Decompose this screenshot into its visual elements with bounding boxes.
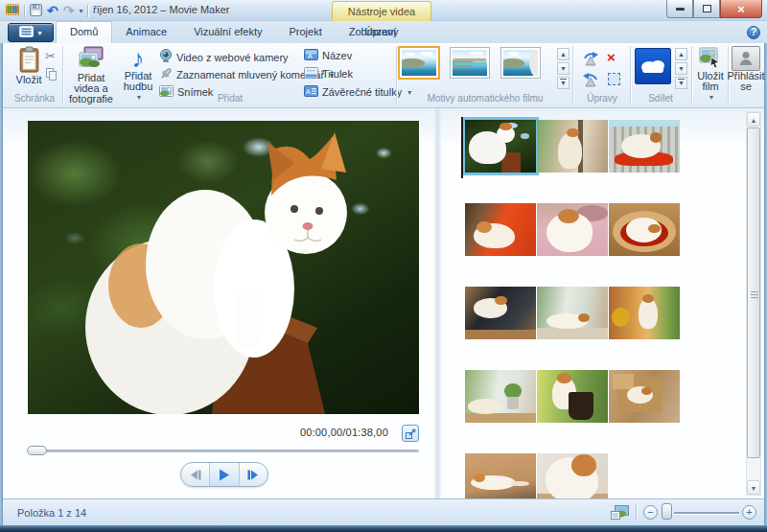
share-scroll-up-icon[interactable]: ▲ — [675, 48, 687, 60]
storyboard-thumbnail[interactable] — [609, 370, 680, 423]
automovie-themes-gallery — [400, 48, 540, 78]
storyboard-thumbnail[interactable] — [537, 287, 608, 339]
save-movie-icon — [699, 46, 722, 71]
item-position-text: Položka 1 z 14 — [17, 507, 86, 519]
scene-shape — [476, 221, 492, 233]
preview-monitor[interactable] — [28, 121, 419, 414]
copy-button[interactable] — [46, 68, 57, 81]
share-more-icon[interactable]: ▼ — [675, 77, 687, 89]
playhead-indicator[interactable] — [461, 117, 463, 178]
rotate-left-button[interactable] — [582, 51, 599, 69]
storyboard-grid — [465, 120, 680, 498]
ribbon: Vložit ✂ Schránka Přidat videa a fotogra… — [3, 43, 764, 108]
scrollbar-down-icon[interactable]: ▼ — [747, 480, 760, 495]
group-label-share: Sdílet — [632, 93, 689, 105]
scene-shape — [470, 52, 483, 56]
rotate-right-button[interactable] — [582, 72, 599, 90]
storyboard-thumbnail[interactable] — [465, 203, 536, 256]
fullscreen-icon — [406, 428, 416, 439]
storyboard-thumbnail[interactable] — [465, 370, 536, 423]
scene-shape — [406, 53, 414, 56]
zoom-slider-handle[interactable] — [662, 503, 672, 520]
qat-customize-caret-icon[interactable]: ▾ — [79, 7, 82, 15]
group-separator — [572, 46, 573, 104]
storyboard-thumbnail[interactable] — [465, 453, 536, 498]
thumbnail-size-button[interactable] — [611, 505, 629, 521]
tab-projekt[interactable]: Projekt — [275, 21, 335, 43]
remove-button[interactable]: × — [607, 51, 616, 64]
tab-upravy-contextual[interactable]: Úpravy — [337, 21, 426, 42]
paste-button[interactable]: Vložit — [11, 46, 47, 85]
next-frame-button[interactable] — [239, 463, 267, 486]
previous-frame-button[interactable] — [181, 463, 209, 486]
close-icon: × — [737, 2, 745, 16]
zoom-in-button[interactable]: + — [742, 505, 756, 520]
scene-shape — [501, 58, 524, 68]
storyboard-pane — [442, 108, 739, 498]
gallery-scroll-down-icon[interactable]: ▼ — [557, 62, 569, 75]
clipboard-icon — [18, 46, 40, 75]
skydrive-share-button[interactable] — [635, 48, 671, 84]
restore-button[interactable] — [693, 0, 720, 18]
webcam-video-button[interactable]: Video z webové kamery — [159, 49, 289, 65]
tab-domu[interactable]: Domů — [56, 21, 112, 43]
save-icon[interactable] — [30, 4, 42, 18]
play-button[interactable] — [209, 463, 238, 486]
group-label-editing: Úpravy — [574, 93, 630, 105]
storyboard-thumbnail[interactable] — [609, 203, 680, 256]
save-movie-button[interactable]: Uložit film▾ — [693, 46, 728, 103]
thumbnail-size-icon — [611, 505, 629, 520]
title-icon: A — [304, 49, 318, 62]
gallery-scroll-up-icon[interactable]: ▲ — [557, 48, 569, 60]
storyboard-thumbnail[interactable] — [537, 370, 608, 423]
undo-icon[interactable]: ↶ — [47, 5, 58, 16]
close-button[interactable]: × — [720, 0, 762, 18]
fullscreen-button[interactable] — [402, 425, 419, 442]
storyboard-thumbnail[interactable] — [465, 120, 536, 173]
scrollbar-up-icon[interactable]: ▲ — [747, 112, 760, 127]
caption-button[interactable]: Titulek — [304, 67, 353, 81]
share-scroll-down-icon[interactable]: ▼ — [675, 62, 687, 75]
scrollbar-thumb[interactable] — [747, 127, 760, 458]
seek-handle[interactable] — [27, 446, 47, 455]
seek-track[interactable] — [28, 450, 419, 452]
zoom-out-button[interactable]: − — [643, 505, 658, 520]
person-icon — [732, 46, 760, 71]
minimize-button[interactable] — [666, 0, 693, 18]
storyboard-thumbnail[interactable] — [537, 120, 608, 173]
cloud-icon — [639, 58, 666, 75]
webcam-video-label: Video z webové kamery — [176, 52, 289, 63]
caption-label: Titulek — [322, 68, 353, 80]
automovie-theme-thumbnail[interactable] — [400, 48, 438, 78]
scene-shape — [420, 52, 433, 56]
zoom-slider-track[interactable] — [674, 512, 739, 514]
scene-shape — [507, 397, 519, 409]
save-movie-label: Uložit film — [693, 71, 728, 92]
record-narration-label: Zaznamenat mluvený komentář — [176, 69, 324, 81]
help-icon[interactable]: ? — [747, 26, 760, 39]
automovie-theme-thumbnail[interactable] — [451, 48, 489, 78]
playback-controls — [180, 462, 268, 487]
scene-shape — [612, 308, 630, 327]
sign-in-button[interactable]: Přihlásit se — [730, 46, 762, 92]
storyboard-thumbnail[interactable] — [609, 287, 680, 339]
select-all-button[interactable] — [608, 73, 620, 85]
title-button[interactable]: A Název — [304, 49, 352, 62]
group-separator — [630, 46, 631, 104]
automovie-theme-thumbnail[interactable] — [501, 48, 540, 78]
file-menu-button[interactable]: ▾ — [8, 23, 54, 42]
save-movie-caret-icon: ▾ — [709, 92, 713, 103]
scene-shape — [558, 133, 582, 169]
play-icon — [218, 469, 230, 481]
storyboard-thumbnail[interactable] — [537, 453, 608, 498]
storyboard-thumbnail[interactable] — [537, 203, 608, 256]
cut-button[interactable]: ✂ — [45, 50, 56, 62]
quick-access-toolbar: ↶ ↷ ▾ — [6, 2, 88, 19]
storyboard-thumbnail[interactable] — [609, 120, 680, 173]
tab-animace[interactable]: Animace — [112, 21, 180, 43]
gallery-more-icon[interactable]: ▼ — [557, 77, 569, 89]
scene-shape — [650, 132, 662, 142]
remove-x-icon: × — [607, 49, 616, 65]
storyboard-thumbnail[interactable] — [465, 287, 536, 339]
tab-vizualni-efekty[interactable]: Vizuální efekty — [180, 21, 275, 43]
